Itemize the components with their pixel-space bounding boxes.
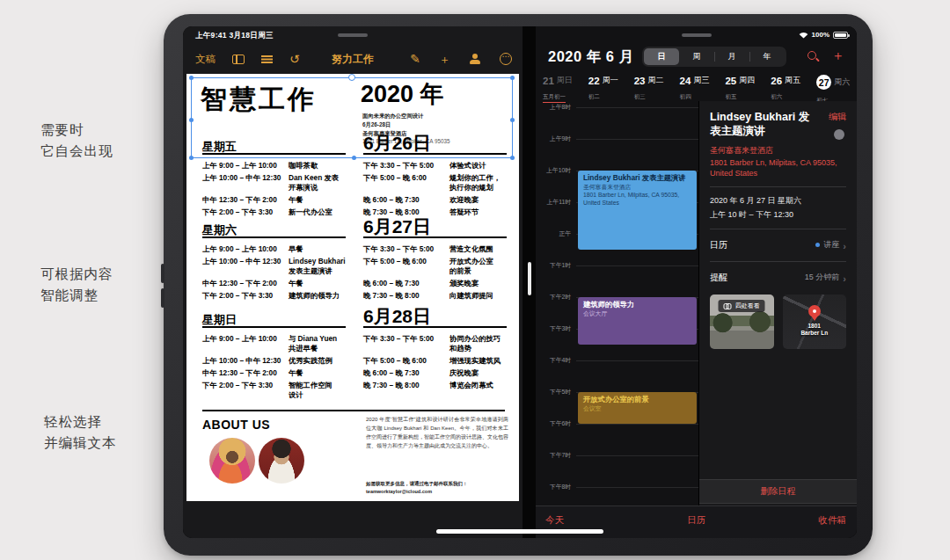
status-time-date: 上午9:41 3月18日周三 [195, 31, 274, 41]
selection-handle[interactable] [189, 156, 194, 160]
speaker-photo-lindsey [209, 438, 255, 484]
day-name: 星期五 [202, 141, 237, 152]
delete-event-button[interactable]: 删除日程 [699, 479, 857, 504]
chevron-right-icon [843, 237, 846, 253]
calendar-month-title: 2020 年 6 月 [548, 47, 634, 67]
split-view-drag-handle[interactable] [528, 262, 531, 295]
event-open-office[interactable]: 开放式办公室的前景 会议室 [578, 392, 697, 424]
undo-icon[interactable] [289, 53, 300, 65]
doc-subtitle-line: 6月26-28日 [362, 120, 449, 129]
map-pin-label: 1801 Barber Ln [800, 323, 828, 338]
inbox-button[interactable]: 收件箱 [819, 514, 847, 527]
look-around-thumbnail[interactable]: 四处看看 [710, 295, 774, 349]
alert-row[interactable]: 提醒 15 分钟前 [710, 270, 846, 286]
event-time: 上午 10 时 – 下午 12:30 [710, 209, 846, 221]
hour-label: 正午 [536, 229, 571, 238]
event-leadership[interactable]: 建筑师的领导力 会议大厅 [578, 297, 697, 345]
schedule-row: 上午 10:00 – 中午 12:30Dan Keen 发表 开幕演说 [202, 173, 346, 193]
schedule-section-friday: 星期五 上午 9:00 – 上午 10:00咖啡茶歇 上午 10:00 – 中午… [202, 132, 507, 220]
schedule-row: 上午 10:00 – 中午 12:30Lindsey Bukhari 发表主题演… [202, 257, 346, 276]
hour-label: 下午2时 [536, 293, 571, 302]
volume-up-button[interactable] [161, 264, 164, 283]
calendar-window-grabber[interactable] [682, 33, 712, 37]
schedule-row: 下午 5:00 – 晚 6:00开放式办公室 的前景 [363, 257, 507, 276]
chevron-right-icon [843, 270, 846, 286]
edit-button[interactable]: 编辑 [829, 111, 846, 123]
format-brush-icon[interactable] [410, 53, 420, 65]
day-column-23[interactable]: 23周二 初三 [629, 72, 675, 101]
insert-plus-icon[interactable] [439, 53, 450, 65]
event-keynote[interactable]: Lindsey Bukhari 发表主题演讲 圣何塞喜来登酒店 1801 Bar… [578, 171, 697, 250]
binoculars-icon [724, 303, 732, 308]
collaborate-icon[interactable] [469, 54, 481, 64]
ipad-device-frame: 上午9:41 3月18日周三 文稿 努力工作 [164, 14, 873, 556]
segment-week[interactable]: 周 [679, 48, 714, 65]
selection-handle[interactable] [189, 76, 194, 80]
schedule-row: 下午 3:30 – 下午 5:00协同办公的技巧 和趋势 [363, 334, 507, 353]
documents-button[interactable]: 文稿 [195, 53, 216, 66]
segment-month[interactable]: 月 [714, 48, 749, 65]
about-body-text: 2020 年度“智慧工作”建筑和设计研讨会非常荣幸地邀请到两位大咖 Lindse… [366, 416, 508, 451]
calendars-button[interactable]: 日历 [687, 514, 705, 527]
pages-app-pane: 上午9:41 3月18日周三 文稿 努力工作 [183, 26, 522, 538]
hour-label: 下午4时 [536, 356, 571, 365]
schedule-row: 上午 9:00 – 上午 10:00早餐 [202, 244, 346, 254]
selection-rotate-handle[interactable] [348, 74, 355, 81]
segment-day[interactable]: 日 [644, 48, 679, 65]
day-column-22[interactable]: 22周一 初二 [583, 72, 629, 101]
hour-label: 上午8时 [536, 103, 571, 112]
hour-label: 上午10时 [536, 166, 571, 175]
hour-label: 下午5时 [536, 388, 571, 396]
day-column-24[interactable]: 24周三 初四 [675, 72, 720, 101]
event-address-link[interactable]: 1801 Barber Ln, Milpitas, CA 95035, Unit… [710, 157, 846, 178]
battery-icon [833, 32, 848, 39]
schedule-row: 下午 3:30 – 下午 5:00营造文化氛围 [363, 244, 507, 254]
hour-label: 下午6时 [536, 419, 571, 428]
doc-subtitle-line: 面向未来的办公空间设计 [362, 112, 449, 120]
wifi-icon [799, 32, 808, 39]
schedule-row: 晚 7:30 – 晚 8:00博览会闭幕式 [363, 381, 507, 390]
search-icon[interactable] [808, 51, 816, 60]
day-column-26[interactable]: 26周五 初六 [765, 72, 811, 101]
organizer-avatar [834, 129, 844, 140]
document-title[interactable]: 努力工作 [332, 52, 374, 67]
document-page[interactable]: 智慧工作 2020 年 面向未来的办公空间设计 6月26-28日 圣何塞喜来登酒… [186, 74, 519, 501]
selection-handle[interactable] [510, 76, 515, 80]
day-date: 6月27日 [363, 219, 431, 236]
today-button[interactable]: 今天 [545, 514, 564, 527]
schedule-row: 上午 9:00 – 上午 10:00咖啡茶歇 [202, 161, 346, 171]
event-detail-panel: Lindsey Bukhari 发表主题演讲 编辑 圣何塞喜来登酒店 1801 … [698, 101, 857, 505]
pages-window-grabber[interactable] [338, 33, 368, 37]
schedule-row: 下午 2:00 – 下午 3:30建筑师的领导力 [202, 291, 346, 301]
day-column-21[interactable]: 21周日 五月初一 [537, 72, 583, 101]
schedule-section-saturday: 星期六 上午 9:00 – 上午 10:00早餐 上午 10:00 – 中午 1… [202, 215, 507, 303]
event-location-link[interactable]: 圣何塞喜来登酒店 [710, 145, 846, 156]
map-thumbnail[interactable]: 1801 Barber Ln [783, 295, 847, 349]
status-right: 100% [799, 31, 848, 39]
day-column-25[interactable]: 25周四 初五 [720, 72, 765, 101]
day-column-27-selected[interactable]: 27周六 初七 [811, 72, 857, 101]
home-indicator[interactable] [436, 529, 603, 534]
hour-label: 下午8时 [536, 483, 571, 491]
pages-toolbar: 文稿 努力工作 [183, 44, 522, 74]
look-around-label: 四处看看 [735, 302, 760, 310]
day-timeline[interactable]: 上午8时 上午9时 上午10时 上午11时 正午 下午1时 下午2时 下午3时 … [536, 101, 698, 505]
day-date: 6月26日 [363, 135, 431, 152]
add-event-icon[interactable] [831, 47, 844, 64]
selection-handle[interactable] [189, 118, 194, 122]
segment-year[interactable]: 年 [749, 48, 785, 65]
selection-handle[interactable] [510, 156, 515, 160]
schedule-row: 下午 2:00 – 下午 3:30智能工作空间 设计 [202, 381, 346, 400]
split-view-divider [522, 26, 536, 538]
selection-handle[interactable] [510, 118, 515, 122]
schedule-row: 下午 3:30 – 下午 5:00体验式设计 [363, 161, 507, 171]
more-options-icon[interactable] [500, 53, 512, 65]
schedule-row: 下午 5:00 – 晚 6:00增强现实建筑风 [363, 356, 507, 366]
calendar-row[interactable]: 日历 讲座 [710, 237, 846, 253]
outline-list-icon[interactable] [261, 55, 273, 63]
hour-label: 下午1时 [536, 261, 571, 270]
volume-down-button[interactable] [161, 288, 164, 308]
sidebar-view-icon[interactable] [232, 55, 245, 64]
annotation-smart-adjust: 可根据内容 智能调整 [40, 264, 113, 306]
schedule-row: 晚 6:00 – 晚 7:30庆祝晚宴 [363, 368, 507, 378]
